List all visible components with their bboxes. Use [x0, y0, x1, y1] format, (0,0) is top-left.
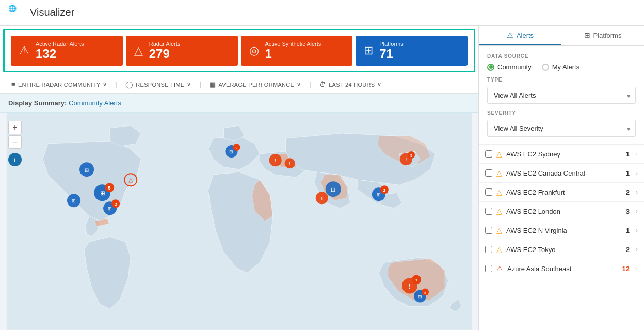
list-item: △ AWS EC2 N Virginia 1 ›: [479, 221, 644, 240]
svg-text:!: !: [409, 283, 411, 290]
active-radar-icon: ⚠: [19, 44, 29, 57]
performance-label: AVERAGE PERFORMANCE: [218, 82, 294, 88]
data-source-group: DATA SOURCE Community My Alerts: [487, 53, 636, 71]
stat-card-platforms[interactable]: ⊞ Platforms 71: [356, 36, 468, 66]
radar-label: Radar Alerts: [149, 41, 181, 47]
stat-card-active-radar[interactable]: ⚠ Active Radar Alerts 132: [11, 36, 123, 66]
alert-name: AWS EC2 London: [506, 208, 622, 215]
display-summary-value: Community Alerts: [69, 99, 121, 107]
alert-checkbox-tokyo[interactable]: [485, 246, 492, 253]
alert-name: Azure Asia Southeast: [507, 265, 618, 273]
community-arrow: ∨: [103, 81, 107, 88]
toolbar: ≡ ENTIRE RADAR COMMUNITY ∨ | ◯ RESPONSE …: [0, 75, 478, 94]
warning-icon: △: [496, 245, 502, 254]
chevron-icon: ›: [636, 246, 638, 253]
svg-text:⊞: ⊞: [377, 193, 381, 198]
radio-my-alerts-label: My Alerts: [552, 63, 579, 71]
tab-alerts[interactable]: ⚠ Alerts: [479, 26, 561, 45]
alert-name: AWS EC2 N Virginia: [506, 227, 622, 234]
display-summary-label: Display Summary:: [8, 99, 67, 107]
radar-value: 279: [149, 47, 181, 60]
stat-card-synthetic[interactable]: ◎ Active Synthetic Alerts 1: [241, 36, 353, 66]
alert-count: 2: [626, 188, 630, 196]
svg-text:5: 5: [108, 186, 111, 191]
alert-name: AWS EC2 Tokyo: [506, 246, 622, 254]
time-arrow: ∨: [377, 81, 381, 88]
chevron-icon: ›: [636, 208, 638, 215]
alert-name: AWS EC2 Sydney: [506, 150, 622, 158]
tab-platforms[interactable]: ⊞ Platforms: [561, 26, 644, 45]
filters-section: DATA SOURCE Community My Alerts: [479, 46, 644, 145]
performance-arrow: ∨: [297, 81, 301, 88]
alert-checkbox-azure-asia[interactable]: [485, 265, 492, 272]
alert-name: AWS EC2 Canada Central: [506, 169, 622, 177]
radio-community-label: Community: [497, 63, 532, 71]
radio-my-alerts-dot: [542, 64, 549, 71]
type-select-wrapper: View All AlertsRadar AlertsSynthetic Ale…: [487, 87, 636, 104]
warning-icon: △: [496, 226, 502, 234]
svg-text:1: 1: [415, 278, 418, 283]
app-container: 🌐 Visualizer ⚠ Active Radar Alerts 132 △…: [0, 0, 644, 330]
warning-icon: △: [496, 207, 502, 215]
severity-select[interactable]: View All SeverityCriticalMajorMinorWarni…: [487, 120, 636, 137]
alerts-tab-label: Alerts: [517, 32, 534, 39]
svg-text:⊞: ⊞: [85, 168, 89, 174]
svg-text:⊞: ⊞: [229, 150, 233, 155]
time-label: LAST 24 HOURS: [329, 82, 375, 88]
chevron-icon: ›: [636, 169, 638, 177]
type-select[interactable]: View All AlertsRadar AlertsSynthetic Ale…: [487, 87, 636, 104]
svg-text:⊞: ⊞: [108, 207, 112, 212]
alert-checkbox-canada[interactable]: [485, 169, 492, 177]
severity-filter-label: SEVERITY: [487, 110, 636, 116]
svg-text:!: !: [275, 159, 276, 164]
toolbar-performance[interactable]: ▦ AVERAGE PERFORMANCE ∨: [204, 78, 306, 90]
stats-bar: ⚠ Active Radar Alerts 132 △ Radar Alerts…: [3, 29, 475, 72]
chevron-icon: ›: [636, 188, 638, 196]
alert-count: 1: [626, 169, 630, 177]
time-icon: ⏱: [319, 81, 326, 88]
list-item: ⚠ Azure Asia Southeast 12 ›: [479, 259, 644, 278]
type-filter-label: TYPE: [487, 77, 636, 83]
list-item: △ AWS EC2 London 3 ›: [479, 202, 644, 221]
svg-text:3: 3: [424, 291, 426, 295]
active-radar-label: Active Radar Alerts: [36, 41, 84, 47]
platforms-tab-label: Platforms: [593, 32, 622, 39]
svg-text:⊞: ⊞: [72, 199, 76, 204]
chevron-icon: ›: [636, 227, 638, 234]
platforms-label: Platforms: [379, 41, 403, 47]
zoom-out-button[interactable]: −: [8, 135, 22, 149]
toolbar-community[interactable]: ≡ ENTIRE RADAR COMMUNITY ∨: [6, 78, 112, 90]
svg-text:!: !: [406, 158, 407, 163]
alert-checkbox-sydney[interactable]: [485, 150, 492, 158]
info-button[interactable]: i: [8, 153, 22, 166]
svg-text:5: 5: [410, 154, 412, 158]
svg-text:△: △: [128, 177, 133, 183]
main-layout: ⚠ Active Radar Alerts 132 △ Radar Alerts…: [0, 26, 644, 330]
svg-text:⊞: ⊞: [331, 187, 335, 193]
community-label: ENTIRE RADAR COMMUNITY: [18, 82, 100, 88]
svg-text:⊞: ⊞: [418, 294, 422, 300]
radio-community[interactable]: Community: [487, 63, 532, 71]
warning-icon: △: [496, 150, 502, 158]
community-icon: ≡: [11, 81, 15, 88]
platforms-value: 71: [379, 47, 403, 60]
svg-text:2: 2: [115, 202, 117, 207]
chevron-icon: ›: [636, 150, 638, 158]
radar-icon: △: [134, 44, 143, 57]
alert-checkbox-london[interactable]: [485, 208, 492, 215]
radio-my-alerts[interactable]: My Alerts: [542, 63, 579, 71]
zoom-in-button[interactable]: +: [8, 121, 22, 134]
toolbar-time[interactable]: ⏱ LAST 24 HOURS ∨: [314, 78, 387, 90]
world-map-svg: ⊞ 5 ⊞ ⊞: [0, 113, 478, 330]
alert-checkbox-frankfurt[interactable]: [485, 188, 492, 196]
alert-checkbox-n-virginia[interactable]: [485, 227, 492, 234]
radio-community-dot: [487, 64, 494, 71]
stat-card-radar[interactable]: △ Radar Alerts 279: [126, 36, 238, 66]
synthetic-icon: ◎: [249, 44, 259, 57]
severity-select-wrapper: View All SeverityCriticalMajorMinorWarni…: [487, 120, 636, 137]
type-filter-group: TYPE View All AlertsRadar AlertsSyntheti…: [487, 77, 636, 104]
alert-count: 3: [626, 208, 630, 215]
toolbar-response-time[interactable]: ◯ RESPONSE TIME ∨: [120, 78, 197, 90]
data-source-radio-group: Community My Alerts: [487, 63, 636, 71]
svg-text:⊞: ⊞: [100, 191, 105, 197]
